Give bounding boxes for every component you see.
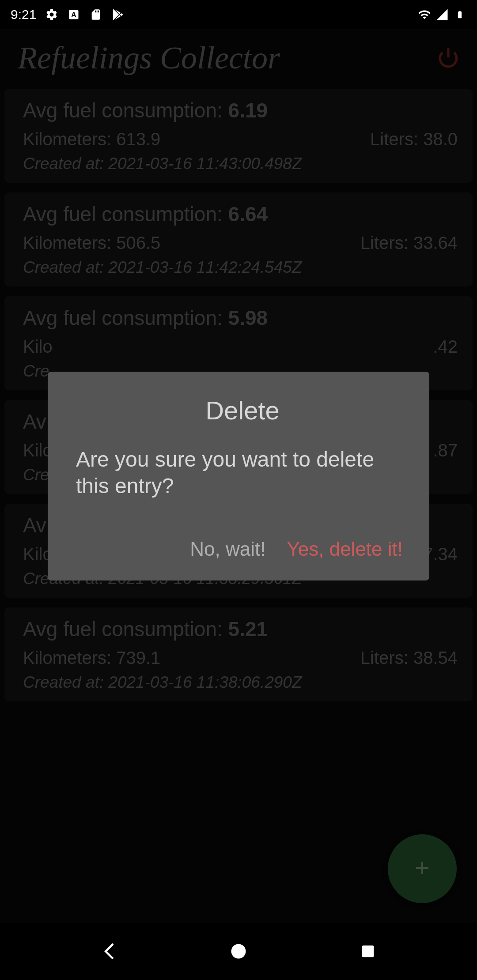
svg-rect-6 xyxy=(362,946,374,957)
svg-point-5 xyxy=(231,944,246,959)
app-content: Refuelings Collector Avg fuel consumptio… xyxy=(0,29,477,923)
play-store-icon xyxy=(111,8,125,21)
app-icon-a: A xyxy=(67,8,80,21)
status-right xyxy=(418,8,466,21)
back-button[interactable] xyxy=(96,938,122,965)
navigation-bar xyxy=(0,923,477,980)
sd-card-icon xyxy=(89,8,102,21)
cancel-button[interactable]: No, wait! xyxy=(190,538,265,560)
home-button[interactable] xyxy=(225,938,252,965)
delete-dialog: Delete Are you sure you want to delete t… xyxy=(48,372,429,580)
signal-icon xyxy=(435,8,449,21)
recents-button[interactable] xyxy=(355,938,381,965)
status-time: 9:21 xyxy=(11,7,36,22)
settings-icon xyxy=(45,8,58,21)
wifi-icon xyxy=(418,8,431,21)
status-bar: 9:21 A xyxy=(0,0,477,29)
confirm-delete-button[interactable]: Yes, delete it! xyxy=(287,538,403,560)
dialog-message: Are you sure you want to delete this ent… xyxy=(76,446,409,499)
dialog-backdrop[interactable]: Delete Are you sure you want to delete t… xyxy=(0,29,477,923)
status-left: 9:21 A xyxy=(11,7,125,22)
dialog-actions: No, wait! Yes, delete it! xyxy=(76,538,409,572)
svg-text:A: A xyxy=(71,11,76,19)
dialog-title: Delete xyxy=(76,396,409,425)
battery-icon xyxy=(453,8,466,21)
